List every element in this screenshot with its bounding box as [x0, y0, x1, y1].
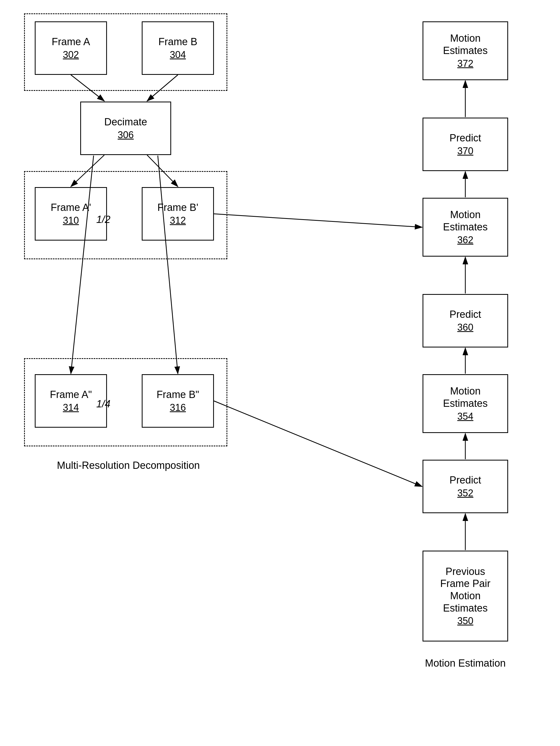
frame-bp-ref: 312: [170, 215, 186, 226]
frame-b-box: Frame B 304: [142, 21, 214, 75]
motion-estimates-372-box: MotionEstimates 372: [423, 21, 508, 80]
frame-bpp-label: Frame B": [157, 389, 199, 401]
frame-app-label: Frame A": [50, 389, 92, 401]
motion-estimates-354-ref: 354: [457, 411, 473, 422]
prev-frame-pair-label: PreviousFrame PairMotionEstimates: [440, 566, 491, 614]
half-label: 1/2: [96, 214, 110, 225]
motion-estimates-372-label: MotionEstimates: [443, 32, 488, 57]
predict-352-label: Predict: [450, 474, 481, 486]
predict-370-ref: 370: [457, 145, 473, 156]
frame-bpp-ref: 316: [170, 402, 186, 413]
predict-352-ref: 352: [457, 488, 473, 499]
frame-bp-label: Frame B': [158, 202, 198, 214]
svg-line-7: [214, 214, 422, 227]
frame-a-box: Frame A 302: [35, 21, 107, 75]
frame-ap-ref: 310: [63, 215, 79, 226]
svg-line-8: [214, 401, 422, 486]
prev-frame-pair-box: PreviousFrame PairMotionEstimates 350: [423, 551, 508, 641]
predict-360-label: Predict: [450, 309, 481, 321]
multi-res-decomp-label: Multi-Resolution Decomposition: [27, 460, 230, 471]
motion-estimates-362-label: MotionEstimates: [443, 209, 488, 233]
motion-estimation-label: Motion Estimation: [417, 658, 513, 669]
motion-estimates-354-label: MotionEstimates: [443, 385, 488, 409]
predict-352-box: Predict 352: [423, 460, 508, 513]
prev-frame-pair-ref: 350: [457, 615, 473, 627]
frame-ap-label: Frame A': [51, 202, 91, 214]
quarter-label: 1/4: [96, 398, 110, 410]
predict-360-ref: 360: [457, 322, 473, 333]
predict-370-box: Predict 370: [423, 118, 508, 171]
frame-b-ref: 304: [170, 49, 186, 60]
decimate-ref: 306: [118, 130, 134, 141]
frame-a-ref: 302: [63, 49, 79, 60]
frame-bpp-box: Frame B" 316: [142, 374, 214, 428]
predict-360-box: Predict 360: [423, 294, 508, 347]
frame-bp-box: Frame B' 312: [142, 187, 214, 240]
frame-app-ref: 314: [63, 402, 79, 413]
decimate-box: Decimate 306: [80, 102, 171, 155]
diagram: Frame A 302 Frame B 304 Decimate 306 Fra…: [0, 0, 560, 746]
motion-estimates-372-ref: 372: [457, 58, 473, 69]
decimate-label: Decimate: [104, 116, 147, 128]
predict-370-label: Predict: [450, 132, 481, 144]
motion-estimates-362-ref: 362: [457, 234, 473, 246]
motion-estimates-354-box: MotionEstimates 354: [423, 374, 508, 433]
frame-a-label: Frame A: [52, 36, 90, 48]
motion-estimates-362-box: MotionEstimates 362: [423, 198, 508, 257]
frame-b-label: Frame B: [158, 36, 197, 48]
